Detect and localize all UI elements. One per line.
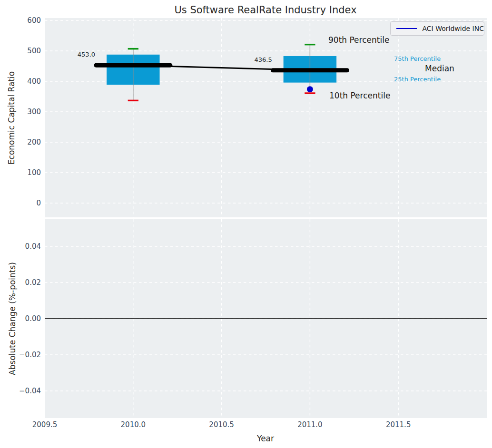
percentile-label-75th-percentile: 75th Percentile — [394, 55, 441, 62]
legend-label: ACI Worldwide INC — [423, 25, 484, 32]
figure: 01002003004005006000.040.020.00−0.02−0.0… — [0, 0, 492, 448]
top-y-tick-label: 400 — [27, 77, 41, 86]
bottom-y-tick-label: 0.00 — [25, 314, 41, 323]
median-value-label-2011: 436.5 — [254, 56, 272, 63]
top-y-tick-label: 0 — [36, 199, 41, 207]
top-y-tick-label: 500 — [27, 47, 41, 55]
legend-line-swatch — [396, 28, 417, 29]
series-marker — [307, 86, 313, 92]
bottom-y-axis-label: Absolute Change (%-points) — [8, 262, 17, 375]
top-y-tick-label: 300 — [27, 107, 41, 116]
median-value-label-2010: 453.0 — [78, 51, 95, 58]
x-tick-label: 2011.5 — [386, 420, 411, 429]
percentile-label-25th-percentile: 25th Percentile — [394, 76, 441, 83]
percentile-label-10th-percentile: 10th Percentile — [329, 91, 390, 100]
x-tick-label: 2010.0 — [121, 420, 146, 429]
bottom-y-tick-label: 0.02 — [25, 278, 41, 287]
x-tick-label: 2009.5 — [32, 420, 58, 429]
top-plot-area — [45, 18, 487, 217]
plot-canvas: 01002003004005006000.040.020.00−0.02−0.0… — [0, 0, 492, 448]
top-y-tick-label: 100 — [27, 168, 41, 177]
x-tick-label: 2010.5 — [209, 420, 234, 429]
bottom-y-tick-label: −0.04 — [19, 387, 41, 395]
percentile-label-median: Median — [425, 64, 454, 73]
x-axis-label: Year — [257, 434, 274, 443]
x-tick-label: 2011.0 — [297, 420, 323, 429]
bottom-y-tick-label: −0.02 — [19, 351, 41, 359]
top-y-axis-label: Economic Capital Ratio — [7, 71, 16, 165]
bottom-y-tick-label: 0.04 — [25, 242, 41, 251]
top-y-tick-label: 600 — [27, 16, 41, 25]
legend: ACI Worldwide INC — [390, 21, 484, 36]
top-y-tick-label: 200 — [27, 138, 41, 146]
chart-title: Us Software RealRate Industry Index — [174, 4, 356, 16]
percentile-label-90th-percentile: 90th Percentile — [328, 35, 389, 45]
